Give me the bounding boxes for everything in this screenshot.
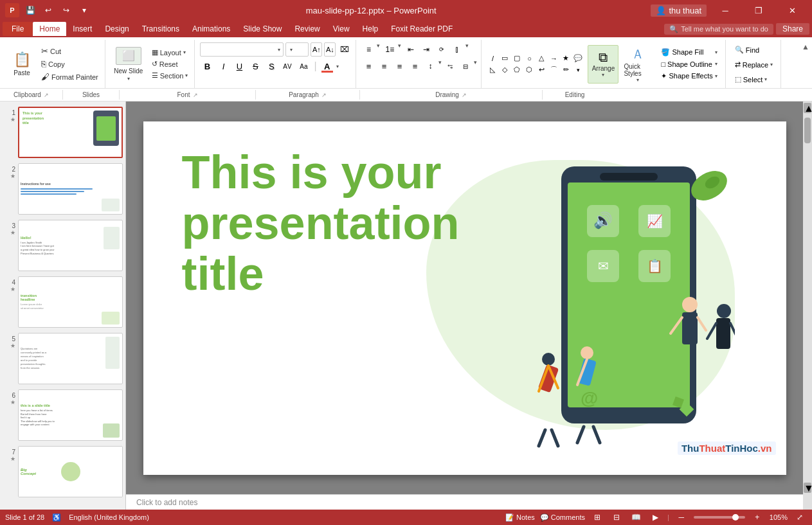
bold-button[interactable]: B — [200, 59, 214, 73]
right-triangle-shape[interactable]: ◺ — [487, 64, 498, 76]
triangle-shape[interactable]: △ — [536, 53, 547, 64]
scroll-down-btn[interactable]: ▼ — [804, 483, 811, 493]
char-spacing-button[interactable]: AV — [280, 59, 294, 73]
font-color-button[interactable]: A — [320, 59, 334, 73]
layout-button[interactable]: ▦ Layout ▾ — [149, 47, 191, 58]
close-button[interactable]: ✕ — [777, 0, 807, 21]
slide-container[interactable]: This is your presentation title 🔊 — [126, 102, 803, 494]
bent-arrow-shape[interactable]: ↩ — [536, 64, 547, 76]
notes-button[interactable]: 📝 Notes — [505, 513, 535, 522]
new-slide-dropdown[interactable]: ▾ — [127, 76, 130, 82]
collapse-icon[interactable]: ▲ — [802, 42, 809, 51]
menu-foxit[interactable]: Foxit Reader PDF — [384, 22, 459, 36]
text-direction-button[interactable]: ⥃ — [443, 59, 457, 73]
arrange-button[interactable]: ⧉ Arrange ▾ — [588, 45, 618, 84]
slide-thumb-6[interactable]: 6 ★ this is a slide title here you have … — [3, 389, 123, 441]
user-account[interactable]: 👤 thu thuat — [651, 4, 707, 17]
share-button[interactable]: Share — [776, 23, 809, 35]
view-normal-btn[interactable]: ⊞ — [590, 512, 604, 523]
editing-group-label[interactable]: Editing — [543, 90, 607, 100]
line-spacing-button[interactable]: ↕ — [423, 59, 437, 73]
font-expand-icon[interactable]: ↗ — [193, 92, 198, 98]
cut-button[interactable]: ✂ Cut — [39, 45, 101, 57]
decrease-font-size-button[interactable]: A↓ — [324, 42, 336, 57]
copy-button[interactable]: ⎘ Copy — [39, 58, 101, 70]
format-painter-button[interactable]: 🖌 Format Painter — [39, 71, 101, 83]
columns-arrow[interactable]: ▾ — [465, 42, 469, 57]
align-text-button[interactable]: ⊟ — [458, 59, 473, 73]
clipboard-expand-icon[interactable]: ↗ — [44, 92, 49, 98]
pentagon-shape[interactable]: ⬠ — [511, 64, 523, 76]
qat-save[interactable]: 💾 — [23, 3, 37, 17]
clipboard-group-label[interactable]: Clipboard ↗ — [0, 90, 63, 100]
connector-shape[interactable]: ⌒ — [548, 64, 559, 76]
section-button[interactable]: ☰ Section ▾ — [149, 70, 191, 81]
view-slide-sorter-btn[interactable]: ⊟ — [609, 512, 624, 523]
italic-button[interactable]: I — [216, 59, 230, 73]
drawing-expand-icon[interactable]: ↗ — [462, 92, 467, 98]
menu-transitions[interactable]: Transitions — [136, 22, 186, 36]
select-button[interactable]: ⬚ Select ▾ — [731, 73, 771, 85]
restore-button[interactable]: ❐ — [744, 0, 773, 21]
smart-art-button[interactable]: ⟳ — [435, 42, 449, 57]
change-case-button[interactable]: Aa — [296, 59, 311, 73]
justify-button[interactable]: ≡ — [408, 59, 422, 73]
oval-shape[interactable]: ○ — [523, 53, 535, 64]
text-shadow-button[interactable]: S — [264, 59, 278, 73]
slide-thumb-4[interactable]: 4 ★ transitionheadline Lorem ipsum dolor… — [3, 276, 123, 328]
menu-insert[interactable]: Insert — [66, 22, 98, 36]
slide-thumb-2[interactable]: 2 ★ Instructions for use — [3, 163, 123, 215]
zoom-level[interactable]: 105% — [770, 513, 788, 521]
shape-outline-arrow[interactable]: ▾ — [715, 61, 717, 67]
slide-preview-1[interactable]: This is yourpresentationtitle — [18, 107, 123, 158]
view-reading-btn[interactable]: 📖 — [629, 512, 643, 523]
menu-review[interactable]: Review — [288, 22, 326, 36]
menu-design[interactable]: Design — [98, 22, 135, 36]
drawing-group-label[interactable]: Drawing ↗ — [360, 90, 543, 100]
reset-button[interactable]: ↺ Reset — [149, 58, 191, 69]
shape-fill-button[interactable]: 🪣 Shape Fill ▾ — [657, 47, 721, 58]
rounded-rect-shape[interactable]: ▢ — [511, 53, 523, 64]
diamond-shape[interactable]: ◇ — [499, 64, 510, 76]
qat-customize[interactable]: ▾ — [77, 3, 91, 17]
minimize-button[interactable]: ─ — [710, 0, 740, 21]
more-shapes[interactable]: ▾ — [572, 64, 584, 76]
qat-undo[interactable]: ↩ — [41, 3, 55, 17]
underline-button[interactable]: U — [232, 59, 246, 73]
line-spacing-arrow[interactable]: ▾ — [438, 59, 442, 73]
shape-effects-button[interactable]: ✦ Shape Effects ▾ — [657, 71, 721, 82]
ribbon-search[interactable]: 🔍 Tell me what you want to do — [664, 24, 773, 35]
clear-formatting-button[interactable]: ⌧ — [338, 42, 352, 57]
decrease-indent-button[interactable]: ⇤ — [404, 42, 418, 57]
slide-title[interactable]: This is your presentation title — [182, 147, 460, 300]
slide-thumb-1[interactable]: 1 ★ This is yourpresentationtitle — [3, 107, 123, 158]
slide-thumb-7[interactable]: 7 ★ BigConcept — [3, 446, 123, 497]
columns-button[interactable]: ⫿ — [450, 42, 464, 57]
slide-preview-6[interactable]: this is a slide title here you have a li… — [18, 389, 123, 441]
menu-view[interactable]: View — [327, 22, 356, 36]
view-slideshow-btn[interactable]: ▶ — [648, 512, 662, 523]
strikethrough-button[interactable]: S — [248, 59, 262, 73]
quick-styles-button[interactable]: Ａ Quick Styles ▾ — [622, 45, 653, 84]
canvas-scrollbar[interactable]: ▲ ▼ — [803, 102, 812, 494]
find-button[interactable]: 🔍 Find — [731, 44, 763, 56]
slide-preview-7[interactable]: BigConcept — [18, 446, 123, 497]
menu-file[interactable]: File — [3, 22, 33, 36]
shape-fill-arrow[interactable]: ▾ — [715, 49, 717, 55]
menu-help[interactable]: Help — [356, 22, 385, 36]
bullets-button[interactable]: ≡ — [361, 42, 375, 57]
slides-group-label[interactable]: Slides — [63, 90, 120, 100]
slide-preview-2[interactable]: Instructions for use — [18, 163, 123, 215]
select-arrow[interactable]: ▾ — [764, 76, 767, 82]
align-left-button[interactable]: ≡ — [361, 59, 375, 73]
slide-preview-4[interactable]: transitionheadline Lorem ipsum dolorsit … — [18, 276, 123, 328]
accessibility-btn[interactable]: ♿ — [52, 513, 61, 522]
comments-button[interactable]: 💬 Comments — [540, 513, 585, 522]
paste-button[interactable]: 📋 Paste — [6, 45, 37, 84]
scroll-up-btn[interactable]: ▲ — [804, 103, 811, 113]
qat-redo[interactable]: ↪ — [59, 3, 73, 17]
language[interactable]: English (United Kingdom) — [69, 513, 149, 521]
ribbon-collapse[interactable]: ▲ — [802, 40, 809, 88]
slide-preview-5[interactable]: Quotations arecommonly printed as ameans… — [18, 333, 123, 384]
slide-thumb-3[interactable]: 3 ★ Hello! I am Jayden SmithI am here be… — [3, 220, 123, 271]
